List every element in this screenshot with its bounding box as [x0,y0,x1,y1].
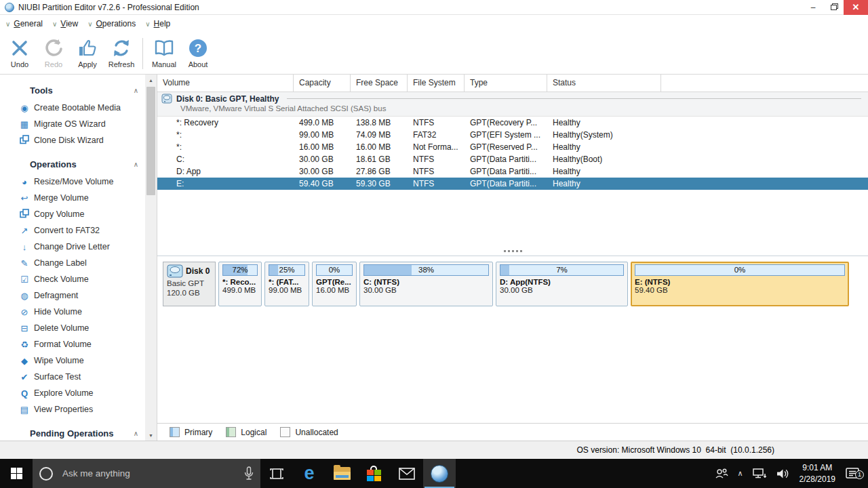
taskbar-file-explorer-button[interactable] [326,459,358,488]
merge-volume-icon: ↩ [18,194,31,203]
table-row-reserved[interactable]: *: 16.00 MB 16.00 MB Not Forma... GPT(Re… [157,141,868,153]
people-icon[interactable] [710,468,733,480]
cortana-icon [39,467,53,481]
clock-time: 9:01 AM [800,462,835,473]
column-header-status[interactable]: Status [547,75,661,92]
table-row-recovery[interactable]: *: Recovery 499.0 MB 138.8 MB NTFS GPT(R… [157,117,868,129]
sidebar-item-clone-disk-wizard[interactable]: Clone Disk Wizard [0,132,145,148]
manual-button[interactable]: Manual [147,35,181,73]
partition-block-d[interactable]: 7% D: App(NTFS) 30.00 GB [496,262,628,306]
properties-icon: ▤ [18,405,31,414]
window-title: NIUBI Partition Editor v7.2.6 - Professi… [18,3,199,12]
chevron-up-icon: ∧ [134,87,138,94]
magnifier-icon: Q [18,389,31,398]
thumbs-up-icon [77,38,98,58]
taskbar-mail-button[interactable] [391,459,423,488]
taskbar-store-button[interactable] [358,459,391,488]
migrate-os-icon: ▦ [18,120,31,129]
sidebar-item-convert-to-fat32[interactable]: ↗ Convert to FAT32 [0,222,145,239]
section-header-tools[interactable]: Tools ∧ [0,81,145,100]
sidebar-item-view-properties[interactable]: ▤ View Properties [0,401,145,418]
format-icon: ♻ [18,340,31,349]
redo-button[interactable]: Redo [37,35,71,73]
partition-block-e-selected[interactable]: 0% E: (NTFS) 59.40 GB [631,262,849,306]
taskbar-niubi-button[interactable] [423,459,456,488]
table-row-c[interactable]: C: 30.00 GB 18.61 GB NTFS GPT(Data Parti… [157,153,868,165]
sidebar-item-change-drive-letter[interactable]: ↓ Change Drive Letter [0,239,145,255]
clone-disk-icon [18,135,31,146]
toolbar: Undo Redo Apply Refresh Manual [0,33,868,75]
sidebar-item-create-bootable-media[interactable]: ◉ Create Bootable Media [0,100,145,116]
menu-view[interactable]: ∨ View [52,19,78,28]
cortana-search-bar[interactable]: Ask me anything [33,459,260,488]
partition-block-c[interactable]: 38% C: (NTFS) 30.00 GB [359,262,493,306]
apply-button[interactable]: Apply [71,35,104,73]
panel-splitter[interactable] [157,247,868,256]
splitter-grip-icon [504,250,522,252]
chevron-down-icon: ∨ [87,20,92,28]
minimize-button[interactable]: – [803,0,823,15]
sidebar-item-surface-test[interactable]: ✔ Surface Test [0,369,145,385]
sidebar-scrollbar[interactable]: ▲ ▼ [145,75,157,441]
about-button[interactable]: ? About [181,35,215,73]
table-row-d[interactable]: D: App 30.00 GB 27.86 GB NTFS GPT(Data P… [157,165,868,178]
column-header-volume[interactable]: Volume [157,75,294,92]
sidebar-item-copy-volume[interactable]: Copy Volume [0,206,145,222]
tray-chevron-up-icon[interactable]: ∧ [733,469,748,478]
disk-name: Disk 0 [186,266,210,276]
sidebar-item-wipe-volume[interactable]: ◆ Wipe Volume [0,352,145,369]
sidebar: Tools ∧ ◉ Create Bootable Media ▦ Migrat… [0,75,145,441]
partition-block-reserved[interactable]: 0% GPT(Re... 16.00 MB [312,262,357,306]
chevron-up-icon: ∧ [134,161,138,168]
sidebar-item-delete-volume[interactable]: ⊟ Delete Volume [0,320,145,336]
disk-group-row[interactable]: Disk 0: Basic GPT, Healthy VMware, VMwar… [157,92,868,117]
column-header-free-space[interactable]: Free Space [351,75,408,92]
sidebar-item-defragment[interactable]: ◍ Defragment [0,287,145,304]
restore-button[interactable] [823,0,844,15]
column-header-type[interactable]: Type [465,75,547,92]
menu-general[interactable]: ∨ General [5,19,43,28]
edge-icon: e [304,464,314,483]
column-header-capacity[interactable]: Capacity [294,75,351,92]
pencil-icon: ✎ [18,259,31,268]
checkbox-icon: ☑ [18,275,31,284]
column-header-file-system[interactable]: File System [408,75,465,92]
scroll-up-icon[interactable]: ▲ [145,75,157,85]
disk-icon [161,94,172,104]
refresh-button[interactable]: Refresh [104,35,138,73]
section-header-pending-operations[interactable]: Pending Operations ∧ [0,424,145,441]
usage-bar: 0% [316,264,353,276]
volume-icon[interactable] [771,468,794,480]
network-icon[interactable] [748,468,771,479]
sidebar-item-migrate-os-wizard[interactable]: ▦ Migrate OS Wizard [0,116,145,132]
sidebar-item-hide-volume[interactable]: ⊘ Hide Volume [0,304,145,320]
taskbar-clock[interactable]: 9:01 AM 2/28/2019 [794,462,841,484]
sidebar-item-change-label[interactable]: ✎ Change Label [0,255,145,271]
menu-operations[interactable]: ∨ Operations [87,19,136,28]
disk-map-disk-info[interactable]: Disk 0 Basic GPT 120.0 GB [163,262,216,306]
taskbar-edge-button[interactable]: e [293,459,326,488]
sidebar-item-merge-volume[interactable]: ↩ Merge Volume [0,190,145,206]
sidebar-item-check-volume[interactable]: ☑ Check Volume [0,271,145,287]
partition-block-recovery[interactable]: 72% *: Reco... 499.0 MB [218,262,262,306]
action-center-button[interactable]: 1 [841,467,868,481]
partition-block-efi[interactable]: 25% *: (FAT... 99.00 MB [264,262,309,306]
menu-help[interactable]: ∨ Help [145,19,170,28]
section-header-operations[interactable]: Operations ∧ [0,155,145,174]
svg-text:?: ? [195,42,201,55]
copy-volume-icon [18,209,31,220]
sidebar-item-resize-move-volume[interactable]: ◕ Resize/Move Volume [0,174,145,190]
scroll-down-icon[interactable]: ▼ [145,430,157,441]
task-view-button[interactable] [260,459,293,488]
table-row-e-selected[interactable]: E: 59.40 GB 59.30 GB NTFS GPT(Data Parti… [157,178,868,190]
sidebar-item-format-volume[interactable]: ♻ Format Volume [0,336,145,352]
start-button[interactable] [0,459,33,488]
scrollbar-thumb[interactable] [146,87,155,195]
close-button[interactable]: ✕ [844,0,868,15]
undo-button[interactable]: Undo [3,35,37,73]
sidebar-item-explore-volume[interactable]: Q Explore Volume [0,385,145,401]
table-row-efi[interactable]: *: 99.00 MB 74.09 MB FAT32 GPT(EFI Syste… [157,129,868,141]
disk-map: Disk 0 Basic GPT 120.0 GB 72% *: Reco...… [157,256,868,306]
microphone-icon[interactable] [244,466,254,481]
disk-group-subtitle: VMware, VMware Virtual S Serial Attached… [180,104,868,113]
